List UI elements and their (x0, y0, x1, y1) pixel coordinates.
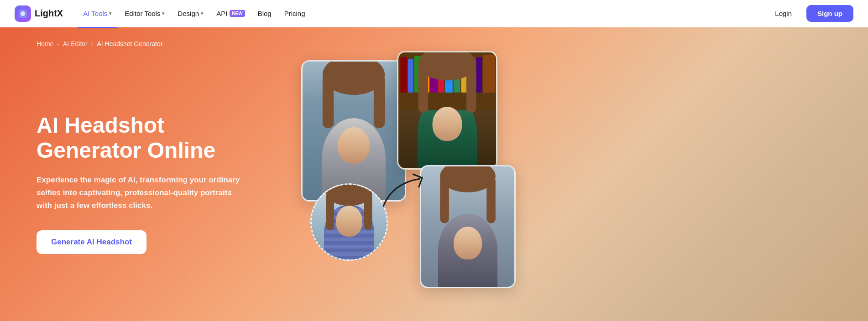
svg-rect-17 (483, 55, 495, 93)
svg-point-21 (440, 166, 496, 192)
source-photo-image (312, 185, 387, 259)
nav-item-api[interactable]: API NEW (211, 7, 251, 20)
headshot-card-tshirt (420, 165, 516, 288)
logo-icon (15, 5, 31, 22)
headshot-image-blazer (303, 62, 405, 200)
breadcrumb-sep-1: › (57, 40, 59, 47)
svg-rect-15 (468, 57, 476, 93)
hero-left-content: AI Headshot Generator Online Experience … (37, 94, 274, 254)
svg-rect-11 (438, 59, 444, 93)
svg-rect-5 (398, 52, 496, 110)
nav-item-blog[interactable]: Blog (252, 7, 277, 20)
svg-rect-9 (423, 58, 429, 93)
chevron-down-icon: ▾ (109, 10, 112, 16)
nav-item-editor-tools[interactable]: Editor Tools ▾ (119, 7, 170, 20)
nav-links: AI Tools ▾ Editor Tools ▾ Design ▾ API N… (78, 7, 768, 20)
breadcrumb-sep-2: › (91, 40, 94, 47)
svg-rect-20 (466, 63, 476, 112)
svg-rect-8 (414, 56, 423, 93)
nav-item-design[interactable]: Design ▾ (172, 7, 209, 20)
chevron-down-icon: ▾ (162, 10, 165, 16)
svg-rect-12 (445, 57, 453, 93)
svg-point-18 (418, 52, 476, 81)
headshot-card-bookshelf (397, 51, 497, 170)
svg-rect-6 (400, 57, 407, 93)
api-new-badge: NEW (230, 10, 245, 17)
nav-item-ai-tools[interactable]: AI Tools ▾ (78, 7, 117, 20)
svg-rect-10 (430, 55, 438, 93)
svg-rect-13 (454, 56, 460, 93)
nav-item-pricing[interactable]: Pricing (279, 7, 311, 20)
breadcrumb-current: AI Headshot Generator (97, 40, 162, 47)
login-button[interactable]: Login (768, 6, 799, 21)
svg-point-1 (21, 11, 25, 16)
signup-button[interactable]: Sign up (806, 5, 853, 22)
svg-rect-3 (323, 75, 334, 128)
hero-title: AI Headshot Generator Online (37, 113, 274, 163)
logo[interactable]: LightX (15, 5, 63, 22)
breadcrumb-home[interactable]: Home (37, 40, 53, 47)
headshot-image-tshirt (421, 166, 514, 287)
svg-rect-16 (476, 57, 482, 93)
breadcrumb: Home › AI Editor › AI Headshot Generator (37, 40, 162, 47)
svg-point-2 (323, 62, 385, 95)
hero-image-collage (274, 47, 831, 302)
svg-point-24 (326, 185, 372, 206)
hero-section: Home › AI Editor › AI Headshot Generator… (0, 27, 868, 321)
headshot-card-blazer (301, 60, 406, 202)
svg-rect-25 (326, 192, 334, 230)
svg-rect-26 (364, 192, 372, 230)
hero-description: Experience the magic of AI, transforming… (37, 174, 246, 212)
logo-text: LightX (35, 8, 63, 19)
navbar: LightX AI Tools ▾ Editor Tools ▾ Design … (0, 0, 868, 27)
generate-headshot-button[interactable]: Generate AI Headshot (37, 230, 146, 254)
svg-rect-22 (440, 176, 449, 223)
headshot-image-bookshelf (398, 52, 496, 168)
chevron-down-icon: ▾ (201, 10, 204, 16)
svg-rect-23 (486, 176, 496, 223)
svg-rect-19 (418, 63, 428, 112)
nav-right: Login Sign up (768, 5, 853, 22)
svg-rect-4 (374, 75, 385, 128)
source-photo-circle (310, 183, 388, 261)
svg-rect-14 (461, 58, 467, 93)
breadcrumb-ai-editor[interactable]: AI Editor (63, 40, 88, 47)
svg-rect-7 (408, 59, 413, 93)
